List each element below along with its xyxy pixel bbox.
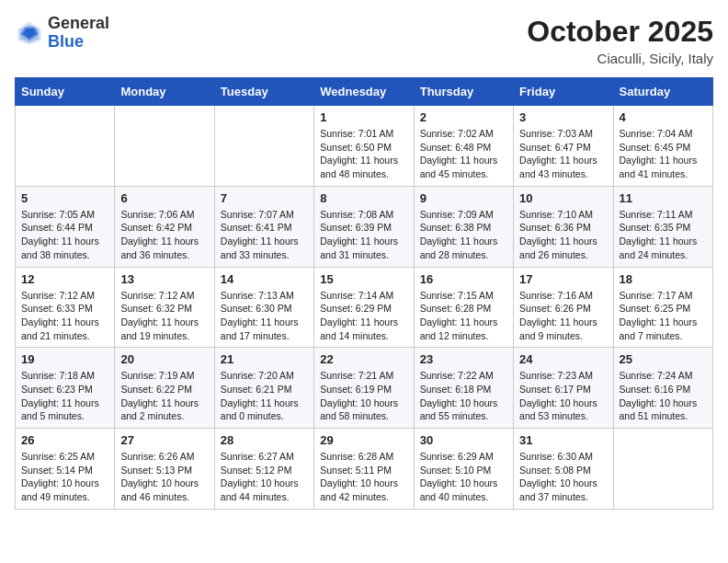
day-number: 3 — [519, 110, 607, 124]
day-cell: 11Sunrise: 7:11 AM Sunset: 6:35 PM Dayli… — [613, 186, 712, 267]
month-title: October 2025 — [527, 15, 713, 49]
day-info: Sunrise: 6:30 AM Sunset: 5:08 PM Dayligh… — [519, 450, 607, 504]
day-info: Sunrise: 7:13 AM Sunset: 6:30 PM Dayligh… — [221, 289, 308, 343]
day-info: Sunrise: 6:25 AM Sunset: 5:14 PM Dayligh… — [21, 450, 108, 504]
day-info: Sunrise: 7:14 AM Sunset: 6:29 PM Dayligh… — [320, 289, 407, 343]
day-info: Sunrise: 7:11 AM Sunset: 6:35 PM Dayligh… — [620, 208, 707, 262]
day-number: 9 — [420, 191, 507, 205]
day-info: Sunrise: 7:03 AM Sunset: 6:47 PM Dayligh… — [519, 127, 607, 181]
day-number: 10 — [519, 191, 607, 205]
week-row-4: 19Sunrise: 7:18 AM Sunset: 6:23 PM Dayli… — [16, 348, 713, 429]
day-cell: 14Sunrise: 7:13 AM Sunset: 6:30 PM Dayli… — [214, 267, 313, 348]
day-cell — [115, 106, 214, 187]
day-cell: 24Sunrise: 7:23 AM Sunset: 6:17 PM Dayli… — [514, 348, 613, 429]
day-cell: 5Sunrise: 7:05 AM Sunset: 6:44 PM Daylig… — [16, 186, 115, 267]
day-cell: 21Sunrise: 7:20 AM Sunset: 6:21 PM Dayli… — [214, 348, 313, 429]
day-info: Sunrise: 7:19 AM Sunset: 6:22 PM Dayligh… — [120, 369, 208, 423]
day-number: 1 — [320, 110, 407, 124]
day-cell — [16, 106, 115, 187]
weekday-header-friday: Friday — [514, 78, 613, 106]
day-number: 25 — [620, 352, 707, 366]
day-number: 21 — [221, 352, 308, 366]
day-info: Sunrise: 7:12 AM Sunset: 6:32 PM Dayligh… — [120, 289, 208, 343]
day-number: 14 — [221, 272, 308, 286]
weekday-header-saturday: Saturday — [613, 78, 712, 106]
day-cell: 13Sunrise: 7:12 AM Sunset: 6:32 PM Dayli… — [115, 267, 214, 348]
day-number: 6 — [120, 191, 208, 205]
day-number: 2 — [420, 110, 507, 124]
day-number: 28 — [221, 433, 308, 447]
day-cell: 9Sunrise: 7:09 AM Sunset: 6:38 PM Daylig… — [414, 186, 513, 267]
day-number: 12 — [21, 272, 108, 286]
day-info: Sunrise: 7:05 AM Sunset: 6:44 PM Dayligh… — [21, 208, 108, 262]
day-number: 30 — [420, 433, 507, 447]
day-info: Sunrise: 6:27 AM Sunset: 5:12 PM Dayligh… — [221, 450, 308, 504]
day-number: 19 — [21, 352, 108, 366]
day-info: Sunrise: 7:18 AM Sunset: 6:23 PM Dayligh… — [21, 369, 108, 423]
day-cell: 15Sunrise: 7:14 AM Sunset: 6:29 PM Dayli… — [314, 267, 414, 348]
day-info: Sunrise: 7:10 AM Sunset: 6:36 PM Dayligh… — [519, 208, 607, 262]
day-cell: 2Sunrise: 7:02 AM Sunset: 6:48 PM Daylig… — [414, 106, 513, 187]
day-number: 8 — [320, 191, 407, 205]
day-cell: 8Sunrise: 7:08 AM Sunset: 6:39 PM Daylig… — [314, 186, 414, 267]
day-cell: 6Sunrise: 7:06 AM Sunset: 6:42 PM Daylig… — [115, 186, 214, 267]
day-info: Sunrise: 7:06 AM Sunset: 6:42 PM Dayligh… — [120, 208, 208, 262]
day-number: 15 — [320, 272, 407, 286]
day-cell: 29Sunrise: 6:28 AM Sunset: 5:11 PM Dayli… — [314, 429, 414, 510]
day-number: 13 — [120, 272, 208, 286]
day-cell: 25Sunrise: 7:24 AM Sunset: 6:16 PM Dayli… — [613, 348, 712, 429]
day-cell: 28Sunrise: 6:27 AM Sunset: 5:12 PM Dayli… — [214, 429, 313, 510]
day-number: 11 — [620, 191, 707, 205]
week-row-1: 1Sunrise: 7:01 AM Sunset: 6:50 PM Daylig… — [16, 106, 713, 187]
location: Ciaculli, Sicily, Italy — [527, 51, 713, 66]
day-cell — [214, 106, 313, 187]
day-info: Sunrise: 6:29 AM Sunset: 5:10 PM Dayligh… — [420, 450, 507, 504]
day-cell: 7Sunrise: 7:07 AM Sunset: 6:41 PM Daylig… — [214, 186, 313, 267]
day-cell: 22Sunrise: 7:21 AM Sunset: 6:19 PM Dayli… — [314, 348, 414, 429]
logo-icon — [15, 18, 44, 48]
day-cell: 26Sunrise: 6:25 AM Sunset: 5:14 PM Dayli… — [16, 429, 115, 510]
day-number: 4 — [620, 110, 707, 124]
weekday-header-tuesday: Tuesday — [214, 78, 313, 106]
day-info: Sunrise: 7:24 AM Sunset: 6:16 PM Dayligh… — [620, 369, 707, 423]
day-number: 23 — [420, 352, 507, 366]
day-info: Sunrise: 7:08 AM Sunset: 6:39 PM Dayligh… — [320, 208, 407, 262]
day-number: 17 — [519, 272, 607, 286]
day-cell: 23Sunrise: 7:22 AM Sunset: 6:18 PM Dayli… — [414, 348, 513, 429]
day-cell: 16Sunrise: 7:15 AM Sunset: 6:28 PM Dayli… — [414, 267, 513, 348]
day-info: Sunrise: 7:04 AM Sunset: 6:45 PM Dayligh… — [620, 127, 707, 181]
title-block: October 2025 Ciaculli, Sicily, Italy — [527, 15, 713, 66]
calendar: SundayMondayTuesdayWednesdayThursdayFrid… — [15, 77, 713, 510]
weekday-header-row: SundayMondayTuesdayWednesdayThursdayFrid… — [16, 78, 713, 106]
day-info: Sunrise: 7:02 AM Sunset: 6:48 PM Dayligh… — [420, 127, 507, 181]
week-row-5: 26Sunrise: 6:25 AM Sunset: 5:14 PM Dayli… — [16, 429, 713, 510]
day-cell: 3Sunrise: 7:03 AM Sunset: 6:47 PM Daylig… — [514, 106, 613, 187]
day-info: Sunrise: 7:22 AM Sunset: 6:18 PM Dayligh… — [420, 369, 507, 423]
day-cell: 27Sunrise: 6:26 AM Sunset: 5:13 PM Dayli… — [115, 429, 214, 510]
day-info: Sunrise: 7:21 AM Sunset: 6:19 PM Dayligh… — [320, 369, 407, 423]
day-info: Sunrise: 7:16 AM Sunset: 6:26 PM Dayligh… — [519, 289, 607, 343]
day-cell: 17Sunrise: 7:16 AM Sunset: 6:26 PM Dayli… — [514, 267, 613, 348]
weekday-header-sunday: Sunday — [16, 78, 115, 106]
day-info: Sunrise: 7:23 AM Sunset: 6:17 PM Dayligh… — [519, 369, 607, 423]
day-cell: 30Sunrise: 6:29 AM Sunset: 5:10 PM Dayli… — [414, 429, 513, 510]
day-number: 5 — [21, 191, 108, 205]
day-info: Sunrise: 7:20 AM Sunset: 6:21 PM Dayligh… — [221, 369, 308, 423]
day-cell: 20Sunrise: 7:19 AM Sunset: 6:22 PM Dayli… — [115, 348, 214, 429]
logo: General Blue — [15, 15, 109, 52]
day-cell: 4Sunrise: 7:04 AM Sunset: 6:45 PM Daylig… — [613, 106, 712, 187]
day-number: 18 — [620, 272, 707, 286]
day-cell: 12Sunrise: 7:12 AM Sunset: 6:33 PM Dayli… — [16, 267, 115, 348]
logo-text: General Blue — [48, 15, 109, 52]
day-info: Sunrise: 7:17 AM Sunset: 6:25 PM Dayligh… — [620, 289, 707, 343]
day-info: Sunrise: 6:28 AM Sunset: 5:11 PM Dayligh… — [320, 450, 407, 504]
weekday-header-wednesday: Wednesday — [314, 78, 414, 106]
day-cell: 10Sunrise: 7:10 AM Sunset: 6:36 PM Dayli… — [514, 186, 613, 267]
day-info: Sunrise: 7:15 AM Sunset: 6:28 PM Dayligh… — [420, 289, 507, 343]
week-row-3: 12Sunrise: 7:12 AM Sunset: 6:33 PM Dayli… — [16, 267, 713, 348]
day-number: 29 — [320, 433, 407, 447]
week-row-2: 5Sunrise: 7:05 AM Sunset: 6:44 PM Daylig… — [16, 186, 713, 267]
day-info: Sunrise: 7:12 AM Sunset: 6:33 PM Dayligh… — [21, 289, 108, 343]
day-number: 27 — [120, 433, 208, 447]
day-cell: 31Sunrise: 6:30 AM Sunset: 5:08 PM Dayli… — [514, 429, 613, 510]
